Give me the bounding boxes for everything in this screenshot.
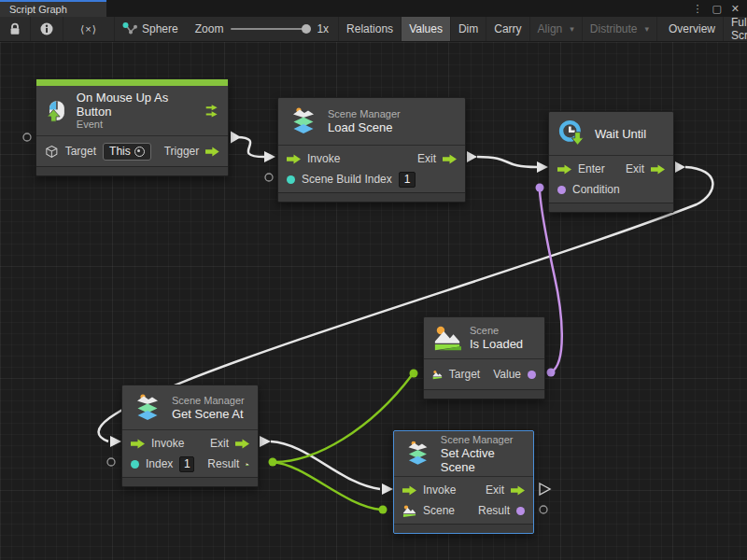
port-getsceneat-result-out[interactable] [269, 458, 277, 467]
coroutine-arrows-icon[interactable] [204, 104, 218, 119]
scene-build-index-label: Scene Build Index [302, 173, 392, 186]
code-view-icon: ⟨×⟩ [80, 23, 97, 35]
wire-exit-to-enter[interactable] [477, 157, 537, 167]
flow-in-arrow-icon[interactable] [131, 439, 145, 449]
port-getsceneat-exit-out[interactable] [260, 436, 271, 447]
port-getsceneat-index-unconnected[interactable] [107, 458, 115, 466]
flow-in-arrow-icon[interactable] [402, 485, 416, 496]
flow-in-arrow-icon[interactable] [287, 154, 301, 164]
port-loadscene-exit-out[interactable] [467, 151, 477, 162]
node-get-scene-at[interactable]: Scene Manager Get Scene At Invoke Exit I… [121, 385, 259, 487]
tab-script-graph[interactable]: Script Graph [0, 0, 106, 17]
node-footer [424, 389, 544, 399]
scene-port-label: Scene [423, 504, 455, 517]
wire-trigger-to-invoke[interactable] [234, 137, 264, 157]
port-waituntil-enter-in[interactable] [537, 161, 548, 173]
condition-port-label: Condition [572, 183, 620, 196]
relations-button[interactable]: Relations [339, 17, 402, 41]
code-view-button[interactable]: ⟨×⟩ [63, 17, 115, 41]
value-port-dot[interactable] [528, 371, 536, 379]
graph-canvas[interactable]: On Mouse Up As Button Event Target [0, 42, 747, 560]
node-set-active-scene[interactable]: Scene Manager Set Active Scene Invoke Ex… [393, 430, 534, 534]
target-port-label: Target [449, 368, 480, 381]
distribute-dropdown[interactable]: Distribute ▾ [583, 17, 657, 41]
node-is-loaded[interactable]: Scene Is Loaded Target Value [423, 316, 545, 399]
relations-label: Relations [346, 22, 393, 35]
scene-manager-icon [132, 392, 163, 424]
lock-icon [9, 22, 21, 35]
scene-icon [433, 324, 461, 352]
script-graph-icon [122, 22, 137, 35]
node-on-mouse-up-as-button[interactable]: On Mouse Up As Button Event Target [35, 78, 229, 176]
port-setactive-exit-unconnected[interactable] [540, 483, 550, 495]
port-waituntil-exit-out[interactable] [675, 161, 685, 173]
node-subtitle: Event [77, 119, 188, 131]
flow-out-arrow-icon[interactable] [651, 164, 665, 175]
info-button[interactable] [31, 17, 63, 41]
port-isloaded-value-out[interactable] [547, 369, 556, 377]
port-loadscene-index-unconnected[interactable] [265, 174, 273, 181]
flow-out-arrow-icon[interactable] [235, 439, 249, 449]
port-onmouseup-target-unconnected[interactable] [23, 133, 31, 141]
script-graph-window: Script Graph ⋮ ▢ ✕ ⟨×⟩ [0, 0, 747, 560]
index-field[interactable]: 1 [179, 456, 194, 472]
result-port-dot[interactable] [516, 507, 525, 515]
dim-button[interactable]: Dim [451, 17, 486, 41]
exit-port-label: Exit [486, 483, 504, 497]
target-port-label: Target [65, 145, 96, 158]
scene-port-icon[interactable] [432, 368, 443, 382]
close-icon[interactable]: ✕ [731, 3, 740, 15]
chevron-down-icon: ▾ [570, 24, 574, 34]
event-accent-bar [36, 79, 228, 86]
index-value: 1 [184, 457, 190, 470]
graph-target[interactable]: Sphere [115, 17, 186, 41]
more-icon[interactable]: ⋮ [692, 3, 702, 15]
tab-label: Script Graph [9, 4, 67, 15]
target-object-value: This [109, 145, 131, 158]
port-onmouseup-trigger-out[interactable] [231, 132, 241, 144]
value-port-dot[interactable] [287, 175, 295, 184]
zoom-slider-handle[interactable] [302, 24, 311, 34]
port-getsceneat-invoke-in[interactable] [110, 436, 121, 447]
port-loadscene-invoke-in[interactable] [264, 151, 275, 162]
node-category: Scene Manager [441, 434, 524, 446]
condition-port-dot[interactable] [557, 186, 566, 194]
index-port-dot[interactable] [131, 460, 139, 469]
full-screen-label: Full Screen [731, 16, 747, 42]
flow-in-arrow-icon[interactable] [557, 164, 571, 175]
maximize-icon[interactable]: ▢ [712, 3, 721, 15]
port-setactive-result-unconnected[interactable] [540, 506, 547, 513]
port-isloaded-target-in[interactable] [410, 370, 418, 378]
object-picker-icon[interactable] [134, 147, 145, 157]
scene-build-index-value: 1 [404, 173, 411, 186]
target-object-field[interactable]: This [103, 143, 151, 161]
invoke-port-label: Invoke [151, 437, 184, 450]
node-wait-until[interactable]: Wait Until Enter Exit Condition [548, 111, 674, 213]
flow-out-arrow-icon[interactable] [205, 147, 219, 157]
cube-icon [45, 145, 59, 159]
port-setactive-scene-in[interactable] [379, 506, 388, 514]
exit-port-label: Exit [210, 437, 229, 450]
values-button[interactable]: Values [402, 17, 451, 41]
port-setactive-invoke-in[interactable] [382, 483, 393, 495]
toolbar: ⟨×⟩ Sphere Zoom 1x Relations Values Dim … [0, 17, 747, 42]
port-waituntil-condition-in[interactable] [536, 184, 544, 192]
node-footer [549, 203, 673, 212]
align-dropdown[interactable]: Align ▾ [530, 17, 583, 41]
full-screen-button[interactable]: Full Screen [724, 17, 747, 41]
exit-port-label: Exit [626, 162, 644, 175]
scene-port-icon[interactable] [246, 457, 249, 471]
lock-button[interactable] [0, 17, 31, 41]
flow-out-arrow-icon[interactable] [443, 154, 457, 164]
scene-port-icon[interactable] [402, 504, 416, 518]
wire-result-to-isloaded-target[interactable] [273, 375, 412, 462]
scene-manager-icon [403, 438, 432, 469]
carry-button[interactable]: Carry [486, 17, 529, 41]
node-title: On Mouse Up As Button [77, 91, 188, 119]
scene-build-index-field[interactable]: 1 [399, 172, 416, 188]
node-title: Set Active Scene [441, 446, 524, 474]
flow-out-arrow-icon[interactable] [511, 485, 525, 496]
node-load-scene[interactable]: Scene Manager Load Scene Invoke Exit Sce… [277, 97, 466, 203]
zoom-slider[interactable] [231, 28, 309, 30]
overview-button[interactable]: Overview [661, 17, 724, 41]
